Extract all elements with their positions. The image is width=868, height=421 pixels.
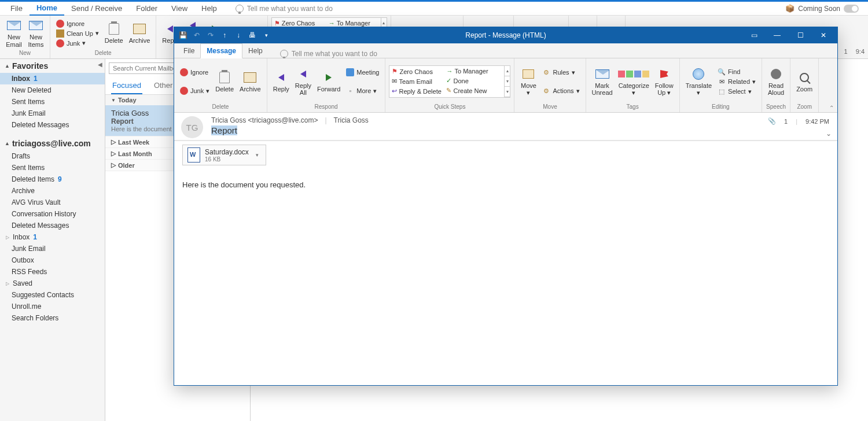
archive-button[interactable]: Archive <box>127 21 153 45</box>
sidebar-item-new-deleted[interactable]: New Deleted <box>0 84 105 96</box>
message-body[interactable]: Here is the document you requested. <box>174 169 837 385</box>
word-icon <box>187 147 200 163</box>
mw-rules-button[interactable]: ⚙Rules ▾ <box>540 68 582 77</box>
tab-send-receive[interactable]: Send / Receive <box>64 2 129 15</box>
qat-redo-icon[interactable]: ↷ <box>204 29 217 42</box>
tab-view[interactable]: View <box>164 2 194 15</box>
bulb-icon <box>236 5 244 13</box>
maximize-button[interactable]: ☐ <box>789 27 812 43</box>
sidebar-item-inbox[interactable]: Inbox1 <box>0 73 105 84</box>
main-tab-bar: File Home Send / Receive Folder View Hel… <box>0 2 868 16</box>
mw-ignore-button[interactable]: Ignore <box>178 68 212 77</box>
sidebar-item-sent2[interactable]: Sent Items <box>0 162 105 173</box>
sidebar-collapse[interactable]: ◀ <box>98 61 102 68</box>
sidebar-item-avg[interactable]: AVG Virus Vault <box>0 197 105 208</box>
attachment-icon: 📎 <box>768 117 776 125</box>
minimize-button[interactable]: — <box>766 27 789 43</box>
qat-save-icon[interactable]: 💾 <box>176 29 189 42</box>
sidebar-item-junk[interactable]: Junk Email <box>0 108 105 119</box>
expand-header-button[interactable]: ⌄ <box>826 130 832 138</box>
message-window-titlebar[interactable]: 💾 ↶ ↷ ↑ ↓ 🖶 ▾ Report - Message (HTML) ▭ … <box>174 27 837 43</box>
mw-translate-button[interactable]: Translate▾ <box>683 66 714 97</box>
sidebar-item-drafts[interactable]: Drafts <box>0 150 105 162</box>
to-display: Tricia Goss <box>334 116 369 124</box>
coming-soon-toggle[interactable] <box>844 5 859 13</box>
mw-quick-steps[interactable]: ⚑Zero Chaos ✉Team Email ↩Reply & Delete … <box>389 65 510 98</box>
sidebar-item-archive[interactable]: Archive <box>0 185 105 197</box>
sidebar-item-conv-history[interactable]: Conversation History <box>0 208 105 220</box>
message-window-title: Report - Message (HTML) <box>465 31 546 39</box>
mw-select-button[interactable]: ⬚Select ▾ <box>715 87 758 96</box>
close-button[interactable]: ✕ <box>812 27 835 43</box>
ribbon-display-button[interactable]: ▭ <box>742 27 766 43</box>
qat-prev-icon[interactable]: ↑ <box>218 29 231 42</box>
ribbon-collapse-button[interactable]: ⌃ <box>829 105 834 111</box>
sidebar-item-deleted-msgs[interactable]: Deleted Messages <box>0 119 105 131</box>
mw-reply-all-button[interactable]: Reply All <box>293 66 314 97</box>
sidebar-item-outbox[interactable]: Outbox <box>0 254 105 266</box>
attachment-dropdown[interactable]: ▾ <box>253 152 261 158</box>
qat-undo-icon[interactable]: ↶ <box>190 29 203 42</box>
mw-more-button[interactable]: ▫More ▾ <box>344 86 381 95</box>
sidebar-item-suggested[interactable]: Suggested Contacts <box>0 289 105 301</box>
new-items-button[interactable]: New Items <box>25 17 46 49</box>
mw-move-button[interactable]: Move▾ <box>518 66 539 97</box>
tab-other[interactable]: Other <box>153 77 174 94</box>
mw-junk-button[interactable]: Junk ▾ <box>178 86 212 95</box>
mw-find-button[interactable]: 🔍Find <box>715 67 758 76</box>
mw-categorize-button[interactable]: Categorize▾ <box>616 66 652 97</box>
mw-forward-button[interactable]: Forward <box>315 69 343 94</box>
attachment-item[interactable]: Saturday.docx 16 KB ▾ <box>182 145 266 165</box>
junk-button[interactable]: Junk ▾ <box>54 39 101 48</box>
attachment-count: 1 <box>784 118 788 125</box>
mw-tab-message[interactable]: Message <box>200 43 242 58</box>
folder-sidebar: ◀ ▲Favorites Inbox1 New Deleted Sent Ite… <box>0 59 105 421</box>
mw-archive-button[interactable]: Archive <box>237 69 263 94</box>
sidebar-item-rss[interactable]: RSS Feeds <box>0 266 105 278</box>
sidebar-item-sent[interactable]: Sent Items <box>0 96 105 108</box>
sidebar-item-junk2[interactable]: Junk Email <box>0 243 105 254</box>
sidebar-item-unroll[interactable]: Unroll.me <box>0 301 105 312</box>
sidebar-item-saved[interactable]: ▷Saved <box>0 278 105 289</box>
coming-soon: 📦 Coming Soon <box>785 4 865 13</box>
qat-print-icon[interactable]: 🖶 <box>246 29 259 42</box>
message-window: 💾 ↶ ↷ ↑ ↓ 🖶 ▾ Report - Message (HTML) ▭ … <box>174 27 838 386</box>
mw-delete-button[interactable]: Delete <box>213 69 236 94</box>
message-header: TG Tricia Goss <triciagoss@live.com> | T… <box>174 113 837 141</box>
tab-file[interactable]: File <box>3 2 30 15</box>
mw-meeting-button[interactable]: Meeting <box>344 68 381 77</box>
mw-actions-button[interactable]: ⚙Actions ▾ <box>540 86 582 95</box>
sidebar-item-search-folders[interactable]: Search Folders <box>0 312 105 324</box>
from-address: Tricia Goss <triciagoss@live.com> <box>211 116 318 124</box>
message-ribbon: Ignore Junk ▾ Delete Archive Delete Repl… <box>174 58 837 113</box>
mw-reply-button[interactable]: Reply <box>271 69 292 94</box>
mw-tell-me[interactable]: Tell me what you want to do <box>280 50 377 58</box>
mw-read-aloud-button[interactable]: Read Aloud <box>766 66 786 97</box>
avatar: TG <box>181 116 203 138</box>
clean-up-button[interactable]: Clean Up ▾ <box>54 29 101 38</box>
mw-follow-up-button[interactable]: Follow Up ▾ <box>653 66 676 97</box>
tab-folder[interactable]: Folder <box>129 2 164 15</box>
mw-tab-file[interactable]: File <box>178 44 200 58</box>
tell-me-search[interactable]: Tell me what you want to do <box>236 5 333 13</box>
status-count: 1 <box>844 48 848 55</box>
message-time: 9:42 PM <box>806 118 829 125</box>
new-email-button[interactable]: New Email <box>3 17 24 49</box>
sidebar-item-deleted-msgs2[interactable]: Deleted Messages <box>0 220 105 231</box>
qat-next-icon[interactable]: ↓ <box>232 29 245 42</box>
qat-customize-icon[interactable]: ▾ <box>260 29 273 42</box>
mw-tab-help[interactable]: Help <box>242 44 269 58</box>
tab-help[interactable]: Help <box>194 2 224 15</box>
account-header[interactable]: ▲triciagoss@live.com <box>0 136 105 150</box>
delete-button[interactable]: Delete <box>102 21 126 45</box>
mw-zoom-button[interactable]: Zoom <box>794 69 815 94</box>
mw-related-button[interactable]: ✉Related ▾ <box>715 77 758 86</box>
sidebar-item-deleted-items[interactable]: Deleted Items9 <box>0 173 105 185</box>
tab-home[interactable]: Home <box>30 1 64 16</box>
favorites-header[interactable]: ▲Favorites <box>0 59 105 73</box>
tell-me-label: Tell me what you want to do <box>247 5 333 13</box>
sidebar-item-inbox2[interactable]: ▷Inbox1 <box>0 231 105 243</box>
tab-focused[interactable]: Focused <box>111 77 142 94</box>
mw-mark-unread-button[interactable]: Mark Unread <box>590 66 615 97</box>
ignore-button[interactable]: Ignore <box>54 19 101 28</box>
